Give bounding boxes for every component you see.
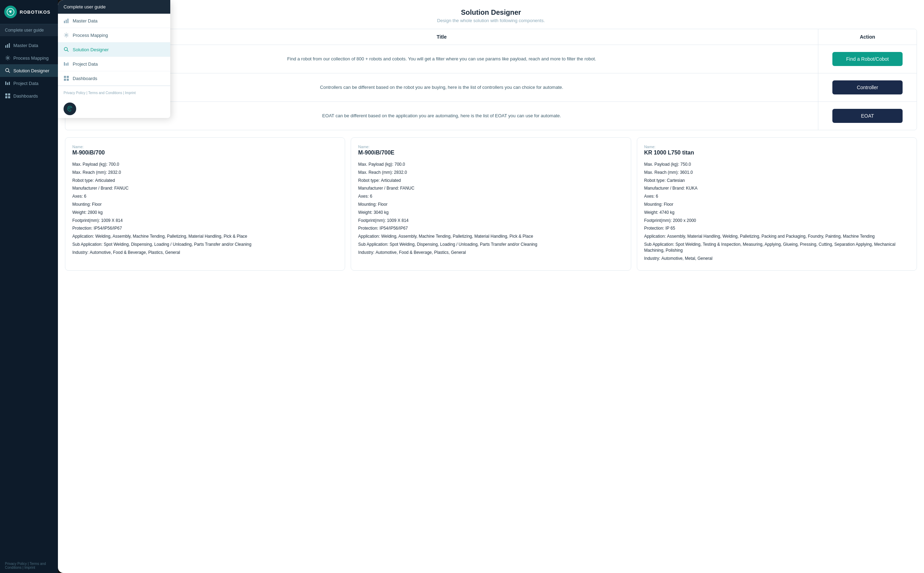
card3-mounting: Mounting: Floor [644, 202, 910, 208]
card1-industry: Industry: Automotive, Food & Beverage, P… [72, 250, 338, 255]
card3-payload: Max. Payload (kg): 750.0 [644, 161, 910, 168]
card3-protection: Protection: IP 65 [644, 225, 910, 232]
card2-name-label: Name: [358, 145, 624, 149]
svg-rect-13 [5, 96, 7, 98]
card1-weight: Weight: 2800 kg [72, 210, 338, 216]
card2-name: M-900iB/700E [358, 150, 624, 156]
gear-icon [5, 55, 11, 61]
table-row-eoat: EOAT can be different based on the appli… [65, 102, 917, 130]
row-action-robot: Find a Robot/Cobot [818, 45, 917, 73]
dropdown-item-project-data[interactable]: Project Data [58, 57, 170, 71]
project-icon [5, 80, 11, 86]
controller-button[interactable]: Controller [832, 80, 902, 94]
svg-rect-22 [66, 63, 67, 66]
sidebar-item-master-data[interactable]: Master Data [0, 39, 58, 52]
sidebar-label-master-data: Master Data [13, 43, 38, 48]
card3-reach: Max. Reach (mm): 3601.0 [644, 169, 910, 175]
fingerprint-button[interactable] [64, 103, 76, 115]
sidebar-item-process-mapping[interactable]: Process Mapping [0, 52, 58, 64]
svg-point-19 [64, 47, 67, 50]
col-action: Action [818, 29, 917, 45]
card1-axes: Axes: 6 [72, 193, 338, 199]
sidebar-guide[interactable]: Complete user guide [0, 24, 58, 36]
table-row-controller: Controllers can be different based on th… [65, 74, 917, 102]
svg-point-5 [7, 57, 9, 59]
card2-footprint: Footprint(mm): 1009 X 814 [358, 218, 624, 224]
logo-icon [4, 6, 17, 18]
svg-point-6 [6, 69, 9, 72]
card3-footprint: Footprint(mm): 2000 x 2000 [644, 218, 910, 224]
svg-rect-8 [5, 81, 6, 85]
sidebar-item-project-data[interactable]: Project Data [0, 77, 58, 89]
eoat-button[interactable]: EOAT [832, 109, 902, 123]
card1-reach: Max. Reach (mm): 2832.0 [72, 169, 338, 175]
find-robot-button[interactable]: Find a Robot/Cobot [832, 52, 902, 66]
svg-rect-21 [64, 62, 65, 66]
row-action-controller: Controller [818, 74, 917, 102]
svg-point-18 [66, 34, 67, 36]
card3-name-label: Name: [644, 145, 910, 149]
dropdown-project-icon [64, 61, 69, 67]
card3-industry: Industry: Automotive, Metal, General [644, 255, 910, 261]
dropdown-item-dashboards[interactable]: Dashboards [58, 71, 170, 86]
row-action-eoat: EOAT [818, 102, 917, 130]
dropdown-label-process-mapping: Process Mapping [73, 33, 108, 38]
row-title-controller: Controllers can be different based on th… [65, 74, 818, 102]
card1-application: Application: Welding, Assembly, Machine … [72, 233, 338, 240]
logo[interactable]: ROBOTIKOS [0, 0, 58, 24]
robot-cards-section: Name: M-900iB/700 Max. Payload (kg): 700… [58, 137, 924, 278]
svg-line-7 [8, 71, 10, 73]
card2-mounting: Mounting: Floor [358, 202, 624, 208]
dropdown-gear-icon [64, 32, 69, 38]
sidebar-item-dashboards[interactable]: Dashboards [0, 89, 58, 102]
card3-name: KR 1000 L750 titan [644, 150, 910, 156]
card1-protection: Protection: IP54/IP56/IP67 [72, 225, 338, 232]
svg-rect-4 [9, 43, 10, 48]
card3-manufacturer: Manufacturer / Brand: KUKA [644, 185, 910, 191]
sidebar-footer: Privacy Policy | Terms and Conditions | … [0, 558, 58, 573]
card1-mounting: Mounting: Floor [72, 202, 338, 208]
dropdown-overlay: Complete user guide Master Data Process … [58, 0, 170, 118]
card1-name-label: Name: [72, 145, 338, 149]
col-title: Title [65, 29, 818, 45]
svg-line-20 [67, 50, 69, 52]
logo-text: ROBOTIKOS [20, 9, 50, 15]
svg-rect-12 [8, 93, 10, 96]
svg-rect-26 [64, 79, 66, 81]
card1-sub-application: Sub Application: Spot Welding, Dispensin… [72, 241, 338, 247]
card3-weight: Weight: 4740 kg [644, 210, 910, 216]
dropdown-item-process-mapping[interactable]: Process Mapping [58, 28, 170, 42]
table-header: Title Action [65, 29, 917, 45]
sidebar-item-solution-designer[interactable]: Solution Designer [0, 64, 58, 77]
solution-table: Title Action Find a robot from our colle… [65, 29, 917, 130]
svg-point-1 [10, 11, 12, 13]
svg-rect-23 [67, 63, 69, 66]
dropdown-search-icon [64, 47, 69, 52]
dropdown-guide[interactable]: Complete user guide [58, 0, 170, 14]
svg-rect-24 [64, 76, 66, 78]
robot-card-3[interactable]: Name: KR 1000 L750 titan Max. Payload (k… [637, 137, 917, 271]
card1-manufacturer: Manufacturer / Brand: FANUC [72, 185, 338, 191]
robot-card-2[interactable]: Name: M-900iB/700E Max. Payload (kg): 70… [351, 137, 631, 271]
dropdown-label-master-data: Master Data [73, 18, 98, 23]
page-subtitle: Design the whole solution with following… [65, 18, 917, 23]
card2-protection: Protection: IP54/IP56/IP67 [358, 225, 624, 232]
svg-rect-15 [64, 21, 65, 23]
dropdown-item-master-data[interactable]: Master Data [58, 14, 170, 28]
fingerprint-icon [66, 105, 73, 112]
robot-card-1[interactable]: Name: M-900iB/700 Max. Payload (kg): 700… [65, 137, 345, 271]
card2-payload: Max. Payload (kg): 700.0 [358, 161, 624, 168]
svg-rect-16 [66, 20, 67, 23]
dropdown-bar-chart-icon [64, 18, 69, 23]
main-content: Solution Designer Design the whole solut… [58, 0, 924, 573]
card2-axes: Axes: 6 [358, 193, 624, 199]
card1-name: M-900iB/700 [72, 150, 338, 156]
svg-rect-2 [5, 45, 6, 48]
sidebar-label-solution-designer: Solution Designer [13, 68, 50, 74]
card1-type: Robot type: Articulated [72, 178, 338, 184]
svg-rect-27 [67, 79, 69, 81]
dropdown-item-solution-designer[interactable]: Solution Designer [58, 42, 170, 57]
card1-footprint: Footprint(mm): 1009 X 814 [72, 218, 338, 224]
dropdown-footer: Privacy Policy | Terms and Conditions | … [58, 86, 170, 100]
dropdown-dashboard-icon [64, 75, 69, 81]
